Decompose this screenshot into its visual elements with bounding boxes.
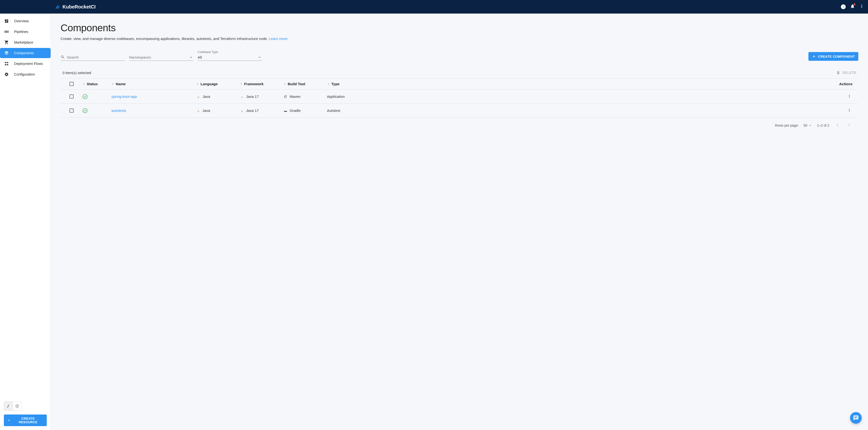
info-button[interactable] — [841, 4, 846, 9]
pagination-range: 1–2 of 2 — [817, 124, 829, 127]
chat-icon — [853, 415, 859, 421]
kebab-menu-button[interactable] — [859, 4, 864, 10]
th-type[interactable]: Type — [331, 82, 340, 86]
java-icon — [240, 108, 244, 113]
cart-icon — [4, 40, 9, 44]
th-language[interactable]: Language — [200, 82, 218, 86]
status-ok-icon — [82, 108, 88, 113]
sidebar-item-configuration[interactable]: Configuration — [0, 69, 51, 79]
delete-label: DELETE — [842, 71, 857, 74]
chevron-down-icon — [808, 124, 812, 127]
row-actions-button[interactable] — [846, 93, 852, 100]
brand-name: KubeRocketCI — [62, 4, 96, 10]
sidebar-item-deployment-flows[interactable]: Deployment Flows — [0, 59, 51, 69]
codebase-type-value: All — [197, 55, 202, 60]
sidebar-item-label: Components — [14, 51, 34, 55]
table-row: autotests Java Java 17 Gradle — [61, 104, 858, 118]
th-framework[interactable]: Framework — [244, 82, 264, 86]
pagination-next-button[interactable] — [846, 122, 852, 129]
sort-icon[interactable] — [82, 82, 85, 86]
rocket-icon — [6, 404, 11, 408]
tool-rocket-button[interactable] — [4, 402, 13, 410]
sort-icon[interactable] — [196, 82, 199, 86]
sidebar-item-components[interactable]: Components — [0, 48, 51, 58]
delete-button[interactable]: DELETE — [836, 70, 857, 75]
search-input[interactable] — [61, 54, 125, 61]
java-icon — [240, 94, 244, 99]
td-language: Java — [203, 94, 210, 99]
chevron-left-icon — [835, 123, 840, 127]
create-component-label: CREATE COMPONENT — [818, 55, 855, 58]
table-header: Status Name Language Framework — [61, 78, 858, 90]
chevron-down-icon — [189, 55, 193, 60]
th-build-tool[interactable]: Build Tool — [288, 82, 305, 86]
brand[interactable]: KubeRocketCI — [55, 4, 96, 10]
gradle-icon — [283, 108, 288, 113]
create-resource-label: CREATE RESOURCE — [13, 417, 43, 424]
more-vert-icon — [847, 94, 851, 98]
row-actions-button[interactable] — [846, 107, 852, 114]
svg-point-1 — [17, 405, 18, 407]
th-status[interactable]: Status — [87, 82, 98, 86]
sidebar-item-label: Overview — [14, 19, 29, 23]
td-framework: Java 17 — [246, 108, 259, 112]
java-icon — [196, 94, 200, 99]
pipeline-icon — [4, 30, 9, 34]
chat-fab-button[interactable] — [850, 412, 862, 424]
sort-icon[interactable] — [112, 82, 114, 86]
tool-switcher — [4, 401, 22, 410]
create-resource-button[interactable]: CREATE RESOURCE — [4, 415, 47, 426]
flow-icon — [4, 62, 9, 66]
info-icon — [842, 5, 845, 8]
codebase-type-select[interactable]: All — [197, 54, 262, 61]
sidebar-item-overview[interactable]: Overview — [0, 16, 51, 26]
td-build-tool: Maven — [290, 94, 301, 99]
sidebar-item-label: Marketplace — [14, 40, 33, 44]
sort-icon[interactable] — [283, 82, 286, 86]
create-component-button[interactable]: CREATE COMPONENT — [808, 52, 858, 61]
sidebar: Overview Pipelines Marketplace Component… — [0, 13, 51, 430]
layers-icon — [4, 51, 9, 55]
row-checkbox[interactable] — [69, 94, 73, 99]
maven-icon — [283, 94, 288, 99]
sort-icon[interactable] — [327, 82, 330, 86]
page-description: Create, view, and manage diverse codebas… — [61, 37, 858, 41]
td-type: Autotest — [327, 108, 340, 112]
rows-per-page-select[interactable]: 50 — [804, 124, 812, 127]
component-name-link[interactable]: autotests — [112, 108, 126, 112]
tool-k8s-button[interactable] — [13, 402, 22, 410]
rows-per-page-label: Rows per page: — [775, 124, 799, 127]
sidebar-item-label: Configuration — [14, 72, 35, 76]
plus-icon — [7, 418, 11, 422]
select-all-checkbox[interactable] — [69, 82, 73, 86]
component-name-link[interactable]: spring-boot-app — [112, 94, 137, 99]
sidebar-item-label: Deployment Flows — [14, 62, 43, 66]
row-checkbox[interactable] — [69, 108, 73, 112]
table-row: spring-boot-app Java Java 17 Maven — [61, 90, 858, 104]
chevron-down-icon — [257, 55, 262, 60]
chevron-right-icon — [847, 123, 851, 127]
td-language: Java — [203, 108, 210, 112]
rows-per-page-value: 50 — [804, 124, 807, 127]
status-ok-icon — [82, 94, 88, 99]
more-vert-icon — [859, 4, 864, 9]
trash-icon — [836, 70, 840, 75]
sort-icon[interactable] — [240, 82, 243, 86]
main-content: Components Create, view, and manage dive… — [51, 13, 868, 430]
plus-icon — [812, 54, 816, 59]
brand-logo-icon — [55, 4, 60, 9]
th-name[interactable]: Name — [116, 82, 126, 86]
learn-more-link[interactable]: Learn more. — [269, 37, 288, 41]
sidebar-item-label: Pipelines — [14, 30, 28, 34]
notifications-button[interactable] — [850, 4, 855, 10]
td-type: Application — [327, 94, 345, 99]
sidebar-item-pipelines[interactable]: Pipelines — [0, 27, 51, 37]
namespaces-label: Namespaces — [129, 55, 151, 60]
namespaces-select[interactable]: Namespaces — [129, 54, 193, 61]
dashboard-icon — [4, 19, 9, 23]
sidebar-item-marketplace[interactable]: Marketplace — [0, 37, 51, 47]
kubernetes-icon — [15, 404, 20, 408]
components-table: Status Name Language Framework — [61, 78, 858, 118]
pagination-prev-button[interactable] — [834, 122, 841, 129]
th-actions: Actions — [839, 82, 852, 86]
